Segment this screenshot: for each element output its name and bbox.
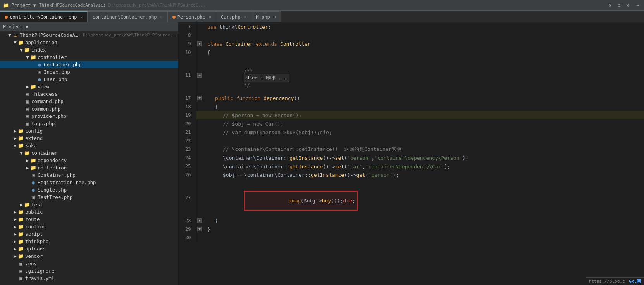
- sidebar-item-test[interactable]: ▶ 📁 test: [0, 201, 178, 208]
- code-content-27[interactable]: dump($obj->buy());die;: [203, 179, 644, 216]
- code-content-29[interactable]: }: [203, 225, 644, 233]
- settings-icon[interactable]: ⚙: [607, 2, 613, 9]
- code-content-19[interactable]: // $person = new Person();: [203, 111, 644, 119]
- sidebar-item-tags[interactable]: ▣ tags.php: [0, 120, 178, 127]
- label-travis: travis.yml: [25, 275, 54, 281]
- split-icon[interactable]: ⊟: [616, 2, 622, 9]
- sidebar-item-extend[interactable]: ▶ 📁 extend: [0, 135, 178, 142]
- tab-person[interactable]: Person.php ✕: [168, 11, 216, 22]
- dropdown-icon[interactable]: ▼: [33, 3, 36, 8]
- code-editor[interactable]: 7 use think\Controller; 8 9 ▼ class Cont…: [178, 22, 644, 285]
- file-icon-command: ▣: [24, 98, 30, 104]
- arrow-runtime: ▶: [12, 224, 18, 230]
- code-content-18[interactable]: {: [203, 102, 644, 111]
- code-content-8[interactable]: [203, 31, 644, 40]
- root-label: ThinkPHPSourceCodeAnalysis: [20, 32, 81, 38]
- label-kaka-container: container: [31, 150, 58, 156]
- tab-m[interactable]: M.php ✕: [251, 11, 281, 22]
- code-content-28[interactable]: }: [203, 216, 644, 225]
- label-registration-tree: RegistrationTree.php: [38, 180, 96, 185]
- tab-container-container[interactable]: container\Container.php ✕: [88, 11, 167, 22]
- code-content-26[interactable]: $obj = \container\Container::getInstance…: [203, 171, 644, 179]
- sidebar-item-thinkphp[interactable]: ▶ 📁 thinkphp: [0, 238, 178, 245]
- sidebar-item-test-tree[interactable]: ▣ TestTree.php: [0, 193, 178, 201]
- sidebar-item-reflection[interactable]: ▶ 📁 reflection: [0, 164, 178, 171]
- sidebar-item-single[interactable]: ● Single.php: [0, 186, 178, 193]
- label-thinkphp: thinkphp: [25, 238, 48, 244]
- code-line-7: 7 use think\Controller;: [178, 22, 644, 31]
- code-content-17[interactable]: public function dependency(): [203, 94, 644, 102]
- fold-28[interactable]: ▼: [196, 216, 203, 225]
- arrow-thinkphp: ▶: [12, 238, 18, 244]
- tab-close-3[interactable]: ✕: [209, 15, 211, 19]
- sidebar-item-index[interactable]: ▼ 📁 index: [0, 46, 178, 54]
- code-content-21[interactable]: // var_dump($person->buy($obj));die;: [203, 128, 644, 136]
- sidebar-item-view[interactable]: ▶ 📁 view: [0, 83, 178, 90]
- line-num-23: 23: [178, 145, 196, 154]
- sidebar-header: Project ▼: [0, 22, 178, 31]
- fold-btn-9[interactable]: ▼: [197, 41, 202, 46]
- sidebar-item-registration-tree[interactable]: ● RegistrationTree.php: [0, 179, 178, 186]
- code-content-11[interactable]: /** User : 咔咔 ... */: [203, 57, 644, 94]
- code-content-10[interactable]: {: [203, 48, 644, 57]
- sidebar-item-uploads[interactable]: ▶ 📁 uploads: [0, 245, 178, 252]
- sidebar-item-command[interactable]: ▣ command.php: [0, 98, 178, 105]
- tab-close-4[interactable]: ✕: [244, 15, 246, 19]
- sidebar-item-runtime[interactable]: ▶ 📁 runtime: [0, 223, 178, 230]
- sidebar-item-script[interactable]: ▶ 📁 script: [0, 230, 178, 238]
- sidebar-item-htaccess[interactable]: ▣ .htaccess: [0, 90, 178, 98]
- sidebar-item-kaka-container-php[interactable]: ▣ Container.php: [0, 171, 178, 179]
- code-content-22[interactable]: [203, 136, 644, 145]
- code-content-30[interactable]: [203, 233, 644, 242]
- sidebar-item-gitignore[interactable]: ▣ .gitignore: [0, 267, 178, 275]
- sidebar-item-index-php[interactable]: ▣ Index.php: [0, 68, 178, 76]
- line-num-9: 9: [178, 40, 196, 48]
- sidebar-item-provider[interactable]: ▣ provider.php: [0, 112, 178, 120]
- tab-close-1[interactable]: ✕: [80, 15, 83, 19]
- code-content-24[interactable]: \container\Container::getInstance()->set…: [203, 154, 644, 162]
- code-content-23[interactable]: // \container\Container::getInstance() 返…: [203, 145, 644, 154]
- label-extend: extend: [25, 135, 43, 141]
- fold-btn-28[interactable]: ▼: [197, 218, 202, 223]
- sidebar-item-kaka[interactable]: ▼ 📁 kaka: [0, 142, 178, 149]
- sidebar-item-controller-folder[interactable]: ▼ 📁 controller: [0, 54, 178, 61]
- sidebar-item-application[interactable]: ▼ 📁 application: [0, 39, 178, 46]
- line-num-7: 7: [178, 22, 196, 31]
- sidebar-item-kaka-container[interactable]: ▼ 📁 container: [0, 149, 178, 157]
- sidebar-item-route[interactable]: ▶ 📁 route: [0, 216, 178, 223]
- sidebar-item-container-php[interactable]: ● Container.php: [0, 61, 178, 68]
- fold-btn-11[interactable]: +: [197, 73, 202, 78]
- fold-29[interactable]: ▼: [196, 225, 203, 233]
- tab-controller-container[interactable]: controller\Container.php ✕: [0, 11, 88, 22]
- code-content-9[interactable]: class Container extends Controller: [203, 40, 644, 48]
- sidebar-item-config[interactable]: ▶ 📁 config: [0, 127, 178, 135]
- code-content-20[interactable]: // $obj = new Car();: [203, 119, 644, 128]
- fold-17[interactable]: ▼: [196, 94, 203, 102]
- fold-9[interactable]: ▼: [196, 40, 203, 48]
- label-user-php: User.php: [44, 76, 67, 82]
- sidebar-item-common[interactable]: ▣ common.php: [0, 105, 178, 112]
- sidebar-item-travis[interactable]: ▣ travis.yml: [0, 275, 178, 282]
- file-icon-env: ▣: [18, 261, 24, 266]
- label-single: Single.php: [38, 187, 67, 193]
- file-icon-htaccess: ▣: [24, 91, 30, 97]
- fold-btn-17[interactable]: ▼: [197, 96, 202, 100]
- line-num-8: 8: [178, 31, 196, 40]
- tab-car[interactable]: Car.php ✕: [216, 11, 251, 22]
- tab-close-2[interactable]: ✕: [160, 15, 163, 19]
- tab-close-5[interactable]: ✕: [274, 15, 276, 19]
- sidebar-item-root[interactable]: ▼ 🗂 ThinkPHPSourceCodeAnalysis D:\phpstu…: [0, 31, 178, 39]
- fold-btn-29[interactable]: ▼: [197, 227, 202, 231]
- fold-11[interactable]: +: [196, 57, 203, 94]
- sidebar-item-user-php[interactable]: ● User.php: [0, 76, 178, 83]
- minimize-icon[interactable]: —: [635, 2, 641, 9]
- config-icon[interactable]: ⚙: [625, 2, 632, 9]
- code-content-25[interactable]: \container\Container::getInstance()->set…: [203, 162, 644, 171]
- arrow-public: ▶: [12, 209, 18, 215]
- tab-dot-1: [5, 16, 8, 19]
- sidebar-item-public[interactable]: ▶ 📁 public: [0, 208, 178, 216]
- sidebar-item-env[interactable]: ▣ .env: [0, 260, 178, 267]
- code-content-7[interactable]: use think\Controller;: [203, 22, 644, 31]
- sidebar-item-dependency[interactable]: ▶ 📁 dependency: [0, 157, 178, 164]
- sidebar-item-vendor[interactable]: ▶ 📁 vendor: [0, 252, 178, 260]
